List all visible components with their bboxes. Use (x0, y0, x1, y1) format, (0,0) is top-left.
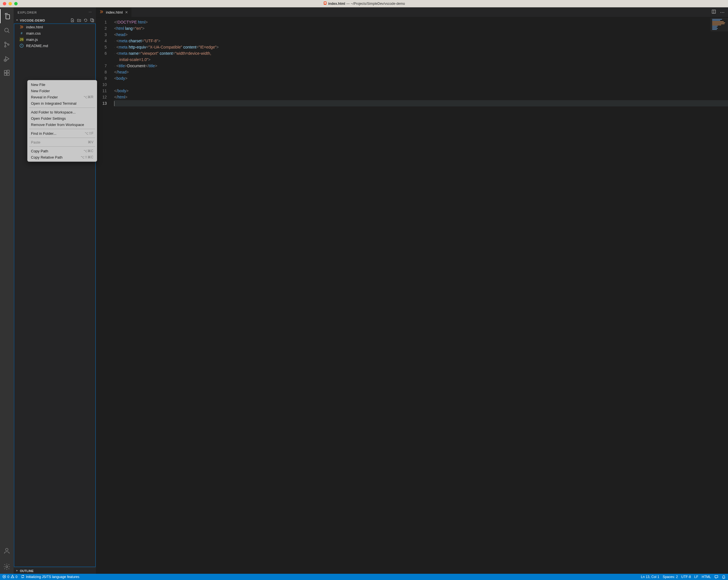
activity-settings[interactable] (0, 559, 14, 574)
context-menu-item[interactable]: Copy Relative Path⌥⇧⌘C (28, 154, 97, 160)
html-file-icon (99, 10, 104, 15)
code-content[interactable]: <!DOCTYPE html><html lang="en"><head>· <… (114, 17, 728, 106)
file-name: main.js (26, 37, 38, 42)
context-menu-item[interactable]: Find in Folder...⌥⇧F (28, 130, 97, 137)
file-row[interactable]: index.html (14, 24, 96, 30)
outline-label: OUTLINE (20, 569, 33, 573)
titlebar: index.html — ~/Projects/SimpleDev/vscode… (0, 0, 728, 7)
context-menu-item: Paste⌘V (28, 139, 97, 145)
tab-index-html[interactable]: index.html ✕ (96, 7, 132, 17)
status-eol[interactable]: LF (694, 575, 698, 579)
context-menu-item[interactable]: Copy Path⌥⌘C (28, 148, 97, 154)
minimap[interactable] (711, 19, 727, 31)
file-name: README.md (26, 44, 48, 48)
sidebar-more-icon[interactable]: ⋯ (88, 10, 92, 14)
activity-extensions[interactable] (0, 66, 14, 80)
warning-icon (10, 575, 15, 579)
new-file-icon[interactable] (71, 18, 75, 23)
collapse-icon[interactable] (90, 18, 94, 23)
window-title: index.html — ~/Projects/SimpleDev/vscode… (0, 1, 728, 6)
file-icon (323, 1, 327, 6)
chevron-right-icon (15, 569, 19, 573)
refresh-icon[interactable] (83, 18, 88, 23)
activity-bar (0, 7, 14, 574)
activity-search[interactable] (0, 23, 14, 37)
svg-rect-7 (4, 73, 6, 76)
status-bell-icon[interactable] (722, 575, 726, 579)
file-row[interactable]: JSmain.js (14, 36, 96, 43)
svg-rect-8 (7, 73, 9, 76)
sidebar-header: EXPLORER ⋯ (14, 7, 96, 17)
tab-bar: index.html ✕ ⋯ (96, 7, 728, 17)
outline-section-header[interactable]: OUTLINE (14, 568, 96, 574)
context-menu-item[interactable]: Reveal in Finder⌥⌘R (28, 94, 97, 100)
svg-point-11 (6, 566, 8, 568)
svg-point-4 (8, 44, 9, 46)
split-editor-icon[interactable] (711, 9, 716, 15)
new-folder-icon[interactable] (77, 18, 81, 23)
status-spaces[interactable]: Spaces: 2 (663, 575, 678, 579)
file-name: main.css (26, 31, 41, 35)
explorer-actions (71, 18, 94, 23)
sidebar-title: EXPLORER (18, 11, 37, 14)
file-row[interactable]: #main.css (14, 30, 96, 36)
context-menu-item[interactable]: Open in Integrated Terminal (28, 100, 97, 106)
status-feedback-icon[interactable] (714, 575, 718, 579)
status-position[interactable]: Ln 13, Col 1 (641, 575, 659, 579)
status-task[interactable]: Initializing JS/TS language features (21, 575, 79, 579)
context-menu-item[interactable]: Remove Folder from Workspace (28, 121, 97, 128)
svg-rect-9 (7, 70, 9, 72)
tab-actions: ⋯ (711, 7, 728, 17)
editor-area: index.html ✕ ⋯ 12345678910111213 <!DOCTY… (96, 7, 728, 574)
editor[interactable]: 12345678910111213 <!DOCTYPE html><html l… (96, 17, 728, 574)
svg-point-1 (4, 28, 8, 32)
status-language[interactable]: HTML (702, 575, 711, 579)
context-menu-item[interactable]: Add Folder to Workspace... (28, 109, 97, 115)
activity-accounts[interactable] (0, 544, 14, 558)
line-number-gutter: 12345678910111213 (96, 17, 112, 106)
status-problems[interactable]: 0 0 (2, 575, 17, 579)
project-name: VSCODE-DEMO (20, 19, 45, 22)
explorer-section-header[interactable]: VSCODE-DEMO (14, 17, 96, 24)
context-menu-item[interactable]: New File (28, 81, 97, 88)
file-row[interactable]: README.md (14, 43, 96, 49)
close-icon[interactable]: ✕ (125, 10, 128, 15)
context-menu-item[interactable]: New Folder (28, 88, 97, 94)
svg-point-2 (4, 42, 6, 44)
activity-scm[interactable] (0, 37, 14, 52)
activity-explorer[interactable] (0, 9, 14, 23)
more-icon[interactable]: ⋯ (720, 10, 725, 15)
status-encoding[interactable]: UTF-8 (681, 575, 691, 579)
status-bar: 0 0 Initializing JS/TS language features… (0, 574, 728, 580)
svg-rect-12 (90, 19, 93, 21)
error-icon (2, 575, 6, 579)
svg-point-10 (6, 548, 8, 551)
context-menu: New FileNew FolderReveal in Finder⌥⌘ROpe… (27, 80, 97, 162)
tab-label: index.html (106, 10, 123, 15)
context-menu-item[interactable]: Open Folder Settings (28, 115, 97, 121)
chevron-down-icon (15, 19, 19, 22)
sync-icon (21, 575, 25, 579)
file-name: index.html (26, 25, 43, 29)
svg-rect-6 (4, 71, 6, 73)
activity-debug[interactable] (0, 52, 14, 66)
svg-point-3 (4, 46, 6, 47)
